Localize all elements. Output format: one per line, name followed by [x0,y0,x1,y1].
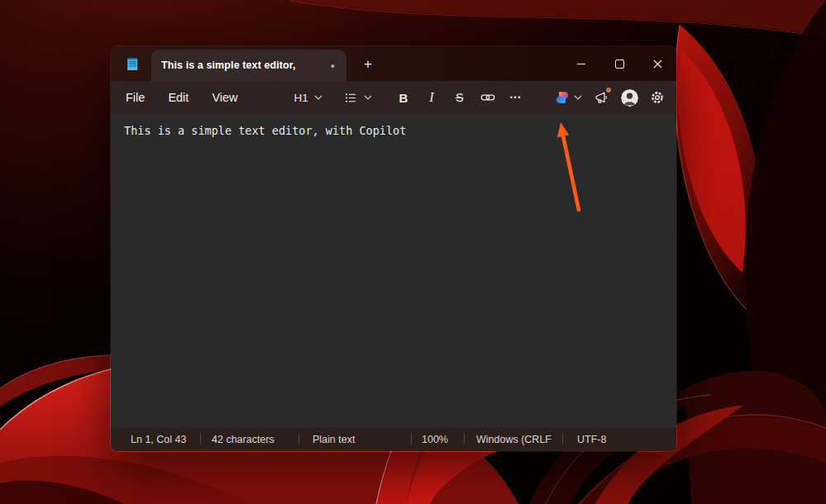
menu-edit[interactable]: Edit [158,91,198,104]
settings-button[interactable] [650,90,665,105]
bulleted-list-icon [344,91,358,105]
status-zoom-level[interactable]: 100% [411,427,464,451]
bold-icon: B [399,91,408,105]
gear-icon [650,90,665,105]
titlebar[interactable]: This is a simple text editor, • + [111,46,676,81]
more-options-button[interactable]: ••• [504,86,528,109]
strikethrough-icon: S [456,91,464,104]
tab-document[interactable]: This is a simple text editor, • [151,50,346,81]
more-options-icon: ••• [510,93,522,102]
new-tab-button[interactable]: + [356,53,380,76]
window-controls [562,46,676,81]
italic-icon: I [429,90,433,105]
italic-button[interactable]: I [420,86,443,109]
status-line-ending: Windows (CRLF [464,427,562,451]
tab-title: This is a simple text editor, [161,59,324,71]
bold-button[interactable]: B [392,86,415,109]
toolbar: File Edit View H1 B I [111,81,676,114]
menu-file[interactable]: File [116,91,155,104]
heading-style-label: H1 [294,92,308,104]
status-bar: Ln 1, Col 43 42 characters Plain text 10… [111,427,676,451]
toolbar-right-group [555,89,668,107]
status-cursor-position: Ln 1, Col 43 [111,427,200,451]
editor-area[interactable]: This is a simple text editor, with Copil… [111,114,676,427]
link-icon [480,90,495,105]
notepad-icon [124,55,141,72]
avatar [621,89,638,107]
list-style-dropdown[interactable] [337,87,379,109]
close-icon [653,59,662,69]
maximize-button[interactable] [600,46,638,81]
copilot-icon [555,90,570,105]
link-button[interactable] [476,86,499,109]
maximize-icon [615,59,624,69]
status-character-count: 42 characters [200,427,298,451]
whats-new-button[interactable] [594,90,609,106]
copilot-button[interactable] [555,90,582,105]
minimize-button[interactable] [562,46,600,81]
editor-text: This is a simple text editor, with Copil… [124,122,665,139]
status-document-type: Plain text [298,427,411,451]
notepad-window: This is a simple text editor, • + File E… [110,45,677,452]
notification-dot [606,88,611,93]
chevron-down-icon [574,95,582,100]
minimize-icon [577,64,585,64]
status-encoding: UTF-8 [562,427,676,451]
chevron-down-icon [314,95,322,100]
chevron-down-icon [364,95,372,100]
unsaved-indicator: • [331,59,335,72]
strikethrough-button[interactable]: S [448,86,471,109]
close-button[interactable] [638,46,676,81]
heading-style-dropdown[interactable]: H1 [288,88,329,108]
menu-view[interactable]: View [202,91,247,104]
account-button[interactable] [621,89,638,107]
